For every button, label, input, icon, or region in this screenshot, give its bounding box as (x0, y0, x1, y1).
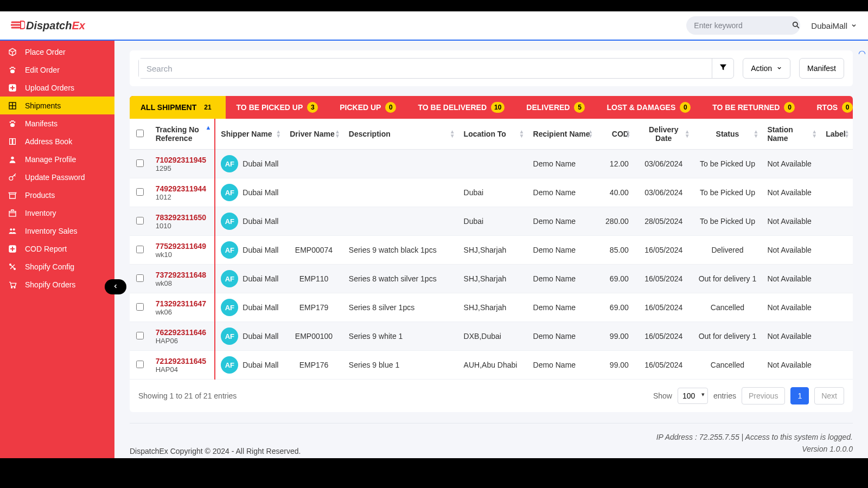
sidebar-item-products[interactable]: Products (0, 186, 114, 204)
sidebar-item-upload-orders[interactable]: Upload Orders (0, 79, 114, 97)
tab-label: PICKED UP (340, 103, 381, 112)
page-1-button[interactable]: 1 (790, 387, 809, 404)
description: Series 8 silver 1pcs (343, 293, 458, 322)
sidebar-item-manage-profile[interactable]: Manage Profile (0, 150, 114, 168)
table-row[interactable]: 7102923119451295AFDubai MallDemo Name12.… (130, 150, 853, 178)
global-search[interactable] (686, 16, 800, 35)
col-delivery-date[interactable]: Delivery Date▲▼ (634, 119, 693, 150)
sidebar-item-shipments[interactable]: Shipments (0, 97, 114, 114)
recipient-name: Demo Name (528, 178, 597, 207)
sidebar-item-place-order[interactable]: Place Order (0, 43, 114, 61)
sidebar-item-label: Inventory Sales (25, 227, 78, 235)
tracking-number[interactable]: 713292311647 (156, 299, 209, 308)
station-name: Not Available (762, 322, 820, 351)
delivery-date: 16/05/2024 (634, 236, 693, 265)
col-recipient[interactable]: Recipient Name▲▼ (528, 119, 597, 150)
loading-spinner-icon: ◠ (858, 48, 866, 59)
sidebar-item-label: Update Password (25, 173, 85, 182)
table-search[interactable] (138, 58, 734, 79)
tracking-number[interactable]: 762292311646 (156, 328, 209, 337)
manifest-button[interactable]: Manifest (799, 58, 844, 79)
tools-icon (8, 262, 17, 272)
tab-to-be-picked-up[interactable]: TO BE PICKED UP3 (226, 96, 329, 119)
tracking-number[interactable]: 737292311648 (156, 271, 209, 279)
sidebar-item-address-book[interactable]: Address Book (0, 132, 114, 150)
recipient-name: Demo Name (528, 351, 597, 380)
table-search-input[interactable] (139, 59, 712, 78)
row-checkbox[interactable] (136, 303, 144, 311)
tab-to-be-delivered[interactable]: TO BE DELIVERED10 (407, 96, 515, 119)
shipper-name: Dubai Mall (242, 274, 278, 283)
status: Cancelled (693, 293, 762, 322)
shipments-table: ▲ Tracking No Reference Shipper Name▲▼ D… (130, 119, 853, 412)
tab-to-be-returned[interactable]: TO BE RETURNED0 (701, 96, 806, 119)
driver-name: EMP00074 (284, 236, 343, 265)
action-button[interactable]: Action (743, 58, 790, 79)
col-status[interactable]: Status▲▼ (693, 119, 762, 150)
tab-count-badge: 5 (574, 102, 585, 113)
table-row[interactable]: 737292311648wk08AFDubai MallEMP110Series… (130, 265, 853, 293)
shipper-name: Dubai Mall (242, 159, 278, 168)
tracking-number[interactable]: 775292311649 (156, 242, 209, 251)
col-description[interactable]: Description▲▼ (343, 119, 458, 150)
col-station[interactable]: Station Name▲▼ (762, 119, 820, 150)
sidebar-item-label: Shopify Orders (25, 280, 75, 289)
row-checkbox[interactable] (136, 217, 144, 224)
table-row[interactable]: 721292311645HAP04AFDubai MallEMP176Serie… (130, 351, 853, 380)
search-icon[interactable] (792, 21, 800, 30)
sidebar-item-shopify-orders[interactable]: Shopify Orders (0, 275, 114, 293)
table-row[interactable]: 762292311646HAP06AFDubai MallEMP00100Ser… (130, 322, 853, 351)
row-checkbox[interactable] (136, 274, 144, 282)
table-row[interactable]: 7492923119441012AFDubai MallDubaiDemo Na… (130, 178, 853, 207)
table-row[interactable]: 713292311647wk06AFDubai MallEMP179Series… (130, 293, 853, 322)
row-checkbox[interactable] (136, 159, 144, 167)
tab-rtos[interactable]: RTOS0 (806, 96, 853, 119)
tab-count-badge: 3 (307, 102, 318, 113)
tab-picked-up[interactable]: PICKED UP0 (329, 96, 407, 119)
tracking-number[interactable]: 710292311945 (156, 156, 209, 164)
sidebar-item-cod-report[interactable]: COD Report (0, 240, 114, 258)
driver-name (284, 207, 343, 236)
filter-button[interactable] (712, 59, 733, 78)
toolbar-panel: Action Manifest (130, 50, 853, 86)
location-to: SHJ,Sharjah (458, 236, 528, 265)
tab-delivered[interactable]: DELIVERED5 (515, 96, 596, 119)
tab-all-shipment[interactable]: ALL SHIPMENT21 (130, 96, 226, 119)
tracking-number[interactable]: 749292311944 (156, 184, 209, 193)
row-checkbox[interactable] (136, 332, 144, 339)
row-checkbox[interactable] (136, 188, 144, 196)
row-checkbox[interactable] (136, 361, 144, 368)
select-all-checkbox[interactable] (136, 130, 144, 137)
tab-lost-damages[interactable]: LOST & DAMAGES0 (596, 96, 701, 119)
sidebar-item-update-password[interactable]: Update Password (0, 168, 114, 186)
reference-number: 1295 (156, 164, 209, 172)
user-menu[interactable]: DubaiMall (811, 21, 857, 30)
svg-rect-18 (9, 211, 16, 216)
description: Series 9 watch black 1pcs (343, 236, 458, 265)
col-location[interactable]: Location To▲▼ (458, 119, 528, 150)
col-tracking[interactable]: ▲ Tracking No Reference (150, 119, 215, 150)
prev-page-button[interactable]: Previous (742, 387, 785, 404)
shipper-name: Dubai Mall (242, 217, 278, 226)
tracking-number[interactable]: 783292311650 (156, 213, 209, 222)
sidebar-item-inventory[interactable]: Inventory (0, 204, 114, 222)
sidebar-item-edit-order[interactable]: Edit Order (0, 61, 114, 79)
table-row[interactable]: 7832923116501010AFDubai MallDubaiDemo Na… (130, 207, 853, 236)
next-page-button[interactable]: Next (814, 387, 844, 404)
status: Out for delivery 1 (693, 322, 762, 351)
table-row[interactable]: 775292311649wk10AFDubai MallEMP00074Seri… (130, 236, 853, 265)
tracking-number[interactable]: 721292311645 (156, 357, 209, 365)
col-cod[interactable]: COD▲▼ (596, 119, 634, 150)
row-checkbox[interactable] (136, 246, 144, 253)
col-driver[interactable]: Driver Name▲▼ (284, 119, 343, 150)
status: Delivered (693, 236, 762, 265)
sidebar-collapse-button[interactable] (105, 279, 126, 294)
global-search-input[interactable] (694, 21, 789, 30)
sidebar-item-inventory-sales[interactable]: Inventory Sales (0, 222, 114, 240)
col-shipper[interactable]: Shipper Name▲▼ (215, 119, 284, 150)
col-label[interactable]: Label▲▼ (820, 119, 853, 150)
sidebar-item-shopify-config[interactable]: Shopify Config (0, 258, 114, 275)
recipient-name: Demo Name (528, 207, 597, 236)
sidebar-item-manifests[interactable]: Manifests (0, 114, 114, 132)
page-size-select[interactable]: 100 (678, 388, 708, 404)
